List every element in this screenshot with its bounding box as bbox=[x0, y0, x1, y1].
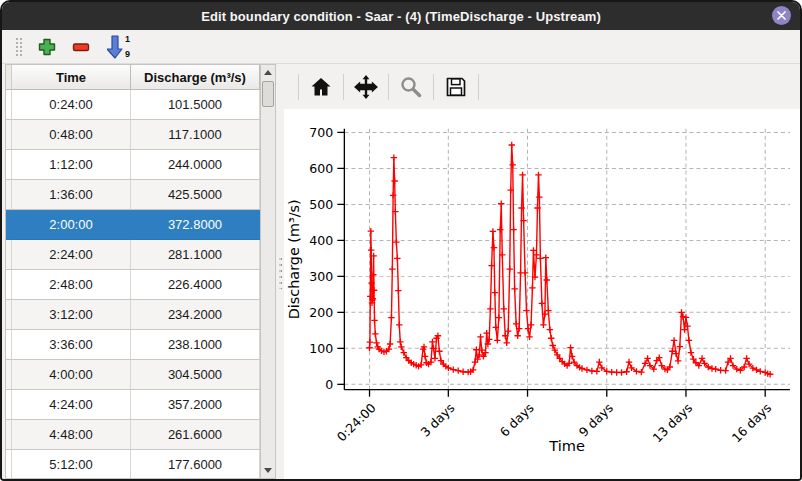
plus-icon bbox=[37, 37, 57, 57]
y-tick-label: 600 bbox=[309, 161, 333, 176]
table-row[interactable]: 2:24:00281.1000 bbox=[6, 240, 260, 270]
save-figure-button[interactable] bbox=[440, 71, 472, 103]
scroll-up-button[interactable] bbox=[261, 65, 275, 80]
discharge-cell[interactable]: 425.5000 bbox=[131, 180, 260, 210]
sort-digit-top: 1 bbox=[125, 35, 130, 44]
discharge-cell[interactable]: 177.6000 bbox=[131, 450, 260, 478]
chart-figure: 01002003004005006007000:24:003 days6 day… bbox=[284, 109, 800, 479]
x-tick-label: 13 days bbox=[649, 400, 695, 445]
time-cell[interactable]: 2:24:00 bbox=[12, 240, 131, 270]
time-cell[interactable]: 0:48:00 bbox=[12, 120, 131, 150]
toolbar-grip-handle[interactable] bbox=[14, 36, 22, 58]
discharge-cell[interactable]: 372.8000 bbox=[131, 210, 260, 240]
y-tick-label: 400 bbox=[309, 233, 333, 248]
x-tick-label: 6 days bbox=[497, 400, 537, 440]
x-tick-label: 9 days bbox=[576, 400, 616, 440]
time-series-table-panel: Time Discharge (m³/s) 0:24:00101.50000:4… bbox=[2, 64, 276, 479]
pan-button[interactable] bbox=[350, 71, 382, 103]
discharge-cell[interactable]: 281.1000 bbox=[131, 240, 260, 270]
table-row[interactable]: 4:24:00357.2000 bbox=[6, 390, 260, 420]
table-body: 0:24:00101.50000:48:00117.10001:12:00244… bbox=[6, 90, 260, 478]
time-cell[interactable]: 2:00:00 bbox=[12, 210, 131, 240]
discharge-cell[interactable]: 261.6000 bbox=[131, 420, 260, 450]
y-tick-label: 300 bbox=[309, 269, 333, 284]
time-cell[interactable]: 4:00:00 bbox=[12, 360, 131, 390]
window-titlebar[interactable]: Edit boundary condition - Saar - (4) (Ti… bbox=[2, 2, 800, 30]
discharge-cell[interactable]: 101.5000 bbox=[131, 90, 260, 120]
table-row[interactable]: 4:48:00261.6000 bbox=[6, 420, 260, 450]
discharge-time-chart[interactable]: 01002003004005006007000:24:003 days6 day… bbox=[284, 109, 800, 479]
scrollbar-track[interactable] bbox=[261, 80, 275, 463]
table-row[interactable]: 1:12:00244.0000 bbox=[6, 150, 260, 180]
table-row[interactable]: 2:00:00372.8000 bbox=[6, 210, 260, 240]
time-cell[interactable]: 4:48:00 bbox=[12, 420, 131, 450]
pan-move-icon bbox=[353, 74, 379, 100]
window-title: Edit boundary condition - Saar - (4) (Ti… bbox=[201, 9, 601, 24]
table-toolbar: 1 9 bbox=[2, 30, 800, 64]
scrollbar-thumb[interactable] bbox=[262, 81, 274, 107]
chart-toolbar bbox=[284, 64, 800, 109]
scroll-down-button[interactable] bbox=[261, 463, 275, 478]
time-cell[interactable]: 2:48:00 bbox=[12, 270, 131, 300]
discharge-cell[interactable]: 234.2000 bbox=[131, 300, 260, 330]
discharge-series-line bbox=[369, 145, 770, 374]
table-row[interactable]: 2:48:00226.4000 bbox=[6, 270, 260, 300]
time-cell[interactable]: 4:24:00 bbox=[12, 390, 131, 420]
close-button[interactable] bbox=[772, 6, 791, 25]
table-row[interactable]: 3:12:00234.2000 bbox=[6, 300, 260, 330]
table-row[interactable]: 0:24:00101.5000 bbox=[6, 90, 260, 120]
discharge-cell[interactable]: 226.4000 bbox=[131, 270, 260, 300]
table-row[interactable]: 0:48:00117.1000 bbox=[6, 120, 260, 150]
time-series-table: Time Discharge (m³/s) 0:24:00101.50000:4… bbox=[5, 64, 260, 479]
sort-digit-bottom: 9 bbox=[125, 50, 130, 59]
table-header-row: Time Discharge (m³/s) bbox=[6, 65, 260, 90]
home-view-button[interactable] bbox=[305, 71, 337, 103]
add-row-button[interactable] bbox=[30, 33, 64, 61]
discharge-cell[interactable]: 244.0000 bbox=[131, 150, 260, 180]
time-cell[interactable]: 3:12:00 bbox=[12, 300, 131, 330]
table-row[interactable]: 5:12:00177.6000 bbox=[6, 450, 260, 478]
delete-row-button[interactable] bbox=[64, 33, 98, 61]
x-tick-label: 3 days bbox=[417, 400, 457, 440]
time-cell[interactable]: 5:12:00 bbox=[12, 450, 131, 478]
y-tick-label: 100 bbox=[309, 341, 333, 356]
sort-digits: 1 9 bbox=[125, 34, 130, 60]
table-scrollbar[interactable] bbox=[260, 64, 276, 479]
y-tick-label: 0 bbox=[325, 377, 333, 392]
chart-panel: 01002003004005006007000:24:003 days6 day… bbox=[284, 64, 800, 479]
toolbar-separator bbox=[478, 74, 479, 100]
save-floppy-icon bbox=[444, 75, 468, 99]
toolbar-separator bbox=[298, 74, 299, 100]
zoom-rect-button[interactable] bbox=[395, 71, 427, 103]
time-cell[interactable]: 0:24:00 bbox=[12, 90, 131, 120]
splitter-grip-icon bbox=[279, 255, 282, 289]
discharge-series-markers bbox=[366, 142, 773, 378]
table-row[interactable]: 3:36:00238.1000 bbox=[6, 330, 260, 360]
y-tick-label: 200 bbox=[309, 305, 333, 320]
edit-boundary-condition-dialog: Edit boundary condition - Saar - (4) (Ti… bbox=[0, 0, 802, 481]
discharge-cell[interactable]: 238.1000 bbox=[131, 330, 260, 360]
table-row[interactable]: 4:00:00304.5000 bbox=[6, 360, 260, 390]
toolbar-separator bbox=[388, 74, 389, 100]
time-cell[interactable]: 1:12:00 bbox=[12, 150, 131, 180]
y-axis-label: Discharge (m³/s) bbox=[286, 199, 302, 319]
time-cell[interactable]: 3:36:00 bbox=[12, 330, 131, 360]
home-icon bbox=[309, 75, 333, 99]
magnifier-icon bbox=[399, 75, 423, 99]
x-tick-label: 16 days bbox=[729, 400, 775, 445]
sort-ascending-button[interactable]: 1 9 bbox=[98, 33, 132, 61]
x-axis-label: Time bbox=[548, 438, 585, 454]
time-cell[interactable]: 1:36:00 bbox=[12, 180, 131, 210]
triangle-down-icon bbox=[264, 468, 272, 473]
dialog-content: Time Discharge (m³/s) 0:24:00101.50000:4… bbox=[2, 64, 800, 479]
panel-splitter[interactable] bbox=[276, 64, 284, 479]
table-row[interactable]: 1:36:00425.5000 bbox=[6, 180, 260, 210]
minus-icon bbox=[71, 37, 91, 57]
column-header-time[interactable]: Time bbox=[12, 65, 131, 89]
discharge-cell[interactable]: 117.1000 bbox=[131, 120, 260, 150]
discharge-cell[interactable]: 304.5000 bbox=[131, 360, 260, 390]
x-tick-label: 0:24:00 bbox=[334, 400, 379, 444]
discharge-cell[interactable]: 357.2000 bbox=[131, 390, 260, 420]
column-header-discharge[interactable]: Discharge (m³/s) bbox=[131, 65, 260, 89]
sort-arrow-icon bbox=[107, 34, 124, 60]
